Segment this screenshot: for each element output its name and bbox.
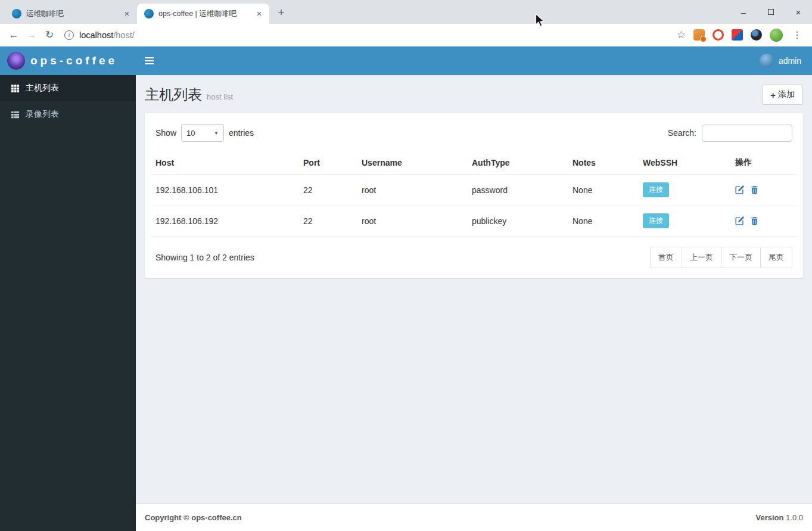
pagination-first-button[interactable]: 首页 bbox=[650, 247, 682, 268]
content: 主机列表host list + 添加 Show 10 ▼ bbox=[136, 75, 812, 504]
page-info-icon[interactable]: i bbox=[64, 30, 74, 40]
cell-username: root bbox=[357, 206, 467, 237]
page-title: 主机列表 bbox=[145, 86, 202, 103]
sidebar-item-label: 录像列表 bbox=[26, 109, 59, 120]
app-logo[interactable]: ops-coffee bbox=[0, 46, 136, 75]
pagination-last-button[interactable]: 尾页 bbox=[760, 247, 792, 268]
host-table-card: Show 10 ▼ entries Search: bbox=[145, 113, 803, 278]
copyright-text: Copyright © ops-coffee.cn bbox=[145, 513, 242, 522]
extension-icon-3[interactable] bbox=[732, 29, 743, 41]
table-footer: Showing 1 to 2 of 2 entries 首页 上一页 下一页 尾… bbox=[151, 237, 797, 272]
cell-host: 192.168.106.101 bbox=[151, 175, 298, 206]
column-header-notes[interactable]: Notes bbox=[568, 151, 638, 175]
webssh-connect-button[interactable]: 连接 bbox=[643, 182, 669, 197]
table-row: 192.168.106.101 22 root password None 连接 bbox=[151, 175, 797, 206]
window-minimize-button[interactable]: – bbox=[730, 0, 757, 24]
browser-tab-1[interactable]: 运维咖啡吧 × bbox=[5, 4, 137, 24]
column-header-port[interactable]: Port bbox=[298, 151, 357, 175]
tab-close-icon[interactable]: × bbox=[254, 8, 265, 19]
extension-icon-4[interactable] bbox=[751, 29, 762, 41]
toolbar-right: ☆ ⋮ bbox=[677, 29, 807, 42]
browser-toolbar: ← → ↻ i localhost/host/ ☆ ⋮ bbox=[0, 24, 812, 46]
sidebar: 主机列表 录像列表 bbox=[0, 75, 136, 531]
caret-down-icon: ▼ bbox=[214, 131, 219, 136]
list-icon bbox=[11, 110, 20, 119]
column-header-username[interactable]: Username bbox=[357, 151, 467, 175]
cell-notes: None bbox=[568, 206, 638, 237]
table-info-text: Showing 1 to 2 of 2 entries bbox=[155, 253, 254, 262]
extension-icon-2[interactable] bbox=[713, 29, 724, 41]
column-header-webssh[interactable]: WebSSH bbox=[638, 151, 730, 175]
content-header: 主机列表host list + 添加 bbox=[145, 82, 803, 113]
window-maximize-button[interactable] bbox=[757, 0, 785, 24]
version-text: Version 1.0.0 bbox=[755, 513, 803, 522]
row-actions bbox=[735, 185, 792, 194]
table-row: 192.168.106.192 22 root publickey None 连… bbox=[151, 206, 797, 237]
browser-window: 运维咖啡吧 × ops-coffee | 运维咖啡吧 × + – × ← → ↻… bbox=[0, 0, 812, 531]
column-header-actions[interactable]: 操作 bbox=[730, 151, 797, 175]
delete-icon[interactable] bbox=[750, 185, 759, 194]
cell-username: root bbox=[357, 175, 467, 206]
forward-icon[interactable]: → bbox=[23, 26, 41, 44]
extension-icon-1[interactable] bbox=[693, 29, 705, 41]
address-bar[interactable]: i localhost/host/ bbox=[58, 30, 677, 40]
url-host: localhost bbox=[79, 30, 113, 40]
sidebar-item-record-list[interactable]: 录像列表 bbox=[0, 101, 136, 128]
plus-icon: + bbox=[770, 90, 776, 100]
pagination-next-button[interactable]: 下一页 bbox=[721, 247, 761, 268]
search-label: Search: bbox=[668, 128, 696, 138]
reload-icon[interactable]: ↻ bbox=[41, 26, 58, 44]
column-header-host[interactable]: Host bbox=[151, 151, 298, 175]
version-value: 1.0.0 bbox=[786, 513, 803, 522]
brand-logo-icon bbox=[7, 52, 25, 70]
app-header: ops-coffee admin bbox=[0, 46, 812, 75]
bookmark-star-icon[interactable]: ☆ bbox=[677, 29, 686, 41]
column-header-authtype[interactable]: AuthType bbox=[467, 151, 568, 175]
sidebar-toggle-button[interactable] bbox=[136, 46, 162, 75]
user-menu[interactable]: admin bbox=[760, 54, 812, 68]
search-control: Search: bbox=[668, 125, 792, 142]
url-text[interactable]: localhost/host/ bbox=[79, 30, 135, 40]
page-subtitle: host list bbox=[207, 92, 233, 101]
add-host-button[interactable]: + 添加 bbox=[762, 85, 803, 105]
browser-menu-icon[interactable]: ⋮ bbox=[791, 29, 804, 41]
edit-icon[interactable] bbox=[735, 185, 744, 194]
search-input[interactable] bbox=[702, 125, 792, 142]
tab-title: ops-coffee | 运维咖啡吧 bbox=[158, 9, 249, 19]
back-icon[interactable]: ← bbox=[5, 26, 23, 44]
pagination-previous-button[interactable]: 上一页 bbox=[682, 247, 721, 268]
page-length-value: 10 bbox=[186, 129, 195, 138]
page-length-select[interactable]: 10 ▼ bbox=[181, 124, 224, 142]
grid-icon bbox=[11, 84, 20, 93]
entries-label: entries bbox=[229, 128, 254, 138]
host-table: Host Port Username AuthType Notes WebSSH… bbox=[151, 151, 797, 237]
tab-favicon bbox=[12, 9, 21, 18]
content-column: 主机列表host list + 添加 Show 10 ▼ bbox=[136, 75, 812, 531]
page-heading: 主机列表host list bbox=[145, 85, 233, 104]
window-close-button[interactable]: × bbox=[785, 0, 812, 24]
user-avatar bbox=[760, 54, 774, 68]
version-label: Version bbox=[755, 513, 783, 522]
tab-close-icon[interactable]: × bbox=[122, 8, 132, 19]
sidebar-item-label: 主机列表 bbox=[26, 83, 59, 94]
cell-port: 22 bbox=[298, 206, 357, 237]
browser-tab-2-active[interactable]: ops-coffee | 运维咖啡吧 × bbox=[137, 4, 269, 24]
cell-authtype: password bbox=[467, 175, 568, 206]
row-actions bbox=[735, 216, 792, 225]
cell-port: 22 bbox=[298, 175, 357, 206]
app-footer: Copyright © ops-coffee.cn Version 1.0.0 bbox=[136, 504, 812, 531]
url-path: /host/ bbox=[113, 30, 134, 40]
pagination: 首页 上一页 下一页 尾页 bbox=[650, 247, 792, 268]
webssh-connect-button[interactable]: 连接 bbox=[643, 213, 669, 228]
browser-profile-avatar[interactable] bbox=[770, 29, 783, 42]
sidebar-item-host-list[interactable]: 主机列表 bbox=[0, 75, 136, 101]
new-tab-button[interactable]: + bbox=[273, 4, 290, 21]
user-name: admin bbox=[779, 56, 801, 66]
delete-icon[interactable] bbox=[750, 216, 759, 225]
tab-title: 运维咖啡吧 bbox=[26, 9, 117, 19]
tab-favicon bbox=[144, 9, 154, 18]
maximize-icon bbox=[768, 9, 774, 15]
brand-name: ops-coffee bbox=[30, 54, 117, 67]
cell-host: 192.168.106.192 bbox=[151, 206, 298, 237]
edit-icon[interactable] bbox=[735, 216, 744, 225]
